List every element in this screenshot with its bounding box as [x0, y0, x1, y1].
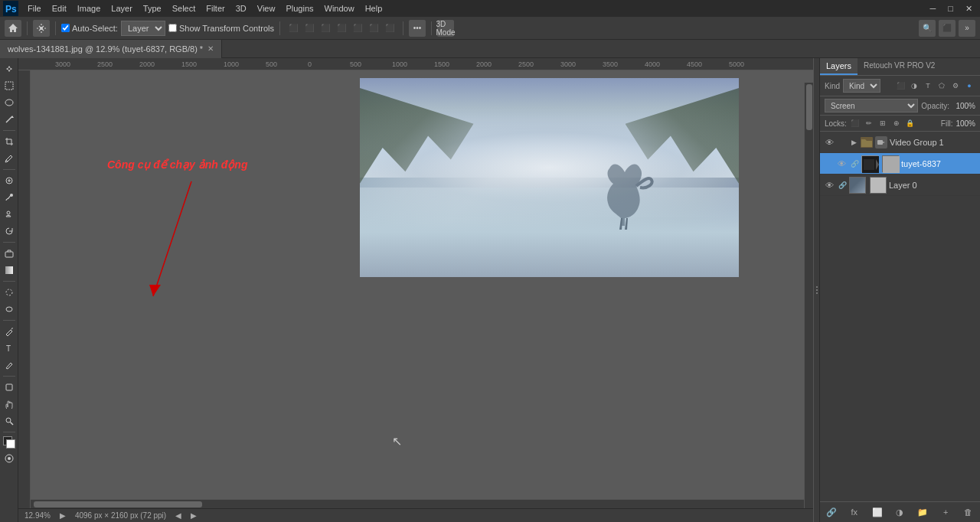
layer-item-group1[interactable]: 👁 ▶ Video Group 1 — [820, 132, 980, 153]
maximize-btn[interactable]: □ — [943, 2, 958, 15]
lock-paint-icon[interactable]: ✏ — [864, 118, 874, 129]
hand-tool-btn[interactable] — [2, 396, 17, 412]
doc-tab-close[interactable]: ✕ — [207, 44, 214, 53]
canvas-dimensions: 4096 px × 2160 px (72 ppi) — [75, 511, 166, 520]
align-bottom-btn[interactable]: ⬛ — [366, 21, 381, 36]
filter-pixel-icon[interactable]: ⬛ — [894, 80, 906, 92]
pen-tool-btn[interactable] — [2, 324, 17, 339]
quick-mask-btn[interactable] — [2, 451, 17, 466]
move-tool[interactable] — [33, 20, 50, 37]
layer-item-layer0[interactable]: 👁 🔗 Layer 0 — [820, 175, 980, 196]
align-top-btn[interactable]: ⬛ — [334, 21, 349, 36]
blur-tool-btn[interactable] — [2, 285, 17, 300]
nav-prev[interactable]: ◀ — [175, 511, 181, 520]
layer-vis-layer0[interactable]: 👁 — [823, 179, 835, 191]
menu-view[interactable]: View — [253, 2, 280, 15]
new-group-btn[interactable]: 📁 — [916, 505, 929, 519]
move-tool-btn[interactable] — [2, 61, 17, 77]
show-transform-toggle[interactable]: Show Transform Controls — [168, 24, 274, 33]
auto-select-toggle[interactable]: Auto-Select: — [61, 24, 118, 33]
eraser-tool-btn[interactable] — [2, 246, 17, 261]
hscroll[interactable] — [31, 499, 813, 508]
layers-tab[interactable]: Layers — [820, 58, 858, 75]
menu-3d[interactable]: 3D — [231, 2, 251, 15]
distribute-btn[interactable]: ⬛ — [382, 21, 397, 36]
menu-type[interactable]: Type — [139, 2, 166, 15]
3d-mode-btn[interactable]: 3D Mode — [437, 20, 454, 37]
close-btn[interactable]: ✕ — [961, 2, 977, 15]
ruler-mark: 3000 — [559, 60, 601, 68]
menu-layer[interactable]: Layer — [106, 2, 137, 15]
layer-vis-tuyet[interactable]: 👁 — [835, 158, 848, 170]
lock-move-icon[interactable]: ⊕ — [891, 118, 902, 129]
eyedropper-btn[interactable] — [2, 151, 17, 166]
menu-help[interactable]: Help — [361, 2, 387, 15]
filter-shape-icon[interactable]: ⬠ — [936, 80, 948, 92]
layer-thumb-layer0 — [849, 177, 866, 194]
expand-btn[interactable]: ▶ — [60, 511, 66, 520]
lock-all-icon[interactable]: 🔒 — [905, 118, 916, 129]
document-tab[interactable]: wolves-1341881.jpg @ 12.9% (tuyet-6837, … — [0, 40, 222, 58]
dodge-tool-btn[interactable] — [2, 302, 17, 317]
magic-wand-btn[interactable] — [2, 112, 17, 127]
zoom-level: 12.94% — [24, 511, 51, 520]
layer-expand-group1[interactable]: ▶ — [849, 138, 858, 147]
gradient-tool-btn[interactable] — [2, 263, 17, 278]
filter-adjustment-icon[interactable]: ◑ — [908, 80, 920, 92]
filter-type-icon[interactable]: T — [922, 80, 934, 92]
menu-plugins[interactable]: Plugins — [281, 2, 318, 15]
search-btn[interactable]: 🔍 — [919, 20, 936, 37]
collapse-handle[interactable] — [813, 58, 819, 522]
link-layers-btn[interactable]: 🔗 — [825, 505, 838, 519]
layer-vis-group1[interactable]: 👁 — [823, 136, 835, 148]
menu-file[interactable]: File — [23, 2, 46, 15]
filter-toggle[interactable]: ● — [963, 80, 975, 92]
type-tool-btn[interactable]: T — [2, 341, 17, 356]
blend-mode-select[interactable]: Screen — [825, 99, 918, 113]
path-select-btn[interactable] — [2, 357, 17, 373]
selection-tool-btn[interactable] — [2, 78, 17, 93]
lasso-tool-btn[interactable] — [2, 95, 17, 110]
toolbar: Auto-Select: Layer Show Transform Contro… — [0, 17, 980, 40]
align-center-h-btn[interactable]: ⬛ — [302, 21, 317, 36]
lock-artboard-icon[interactable]: ⊞ — [877, 118, 888, 129]
new-layer-btn[interactable]: + — [939, 505, 952, 519]
home-btn[interactable] — [5, 20, 21, 37]
more-options-btn[interactable]: ••• — [409, 20, 426, 37]
canvas-content[interactable]: Công cụ để chạy ảnh động ↖ — [31, 70, 813, 522]
vscroll[interactable] — [804, 83, 813, 508]
nav-next[interactable]: ▶ — [191, 511, 197, 520]
layer-item-tuyet[interactable]: 👁 🔗 tuyet-6837 — [820, 153, 980, 175]
minimize-btn[interactable]: ─ — [926, 2, 941, 15]
shape-tool-btn[interactable] — [2, 380, 17, 395]
panel-tabs: Layers Retouch VR PRO V2 — [820, 58, 980, 76]
retouch-tab[interactable]: Retouch VR PRO V2 — [858, 58, 941, 75]
menu-edit[interactable]: Edit — [47, 2, 71, 15]
collapse-panels-btn[interactable]: » — [959, 20, 975, 37]
svg-rect-25 — [877, 140, 883, 145]
align-right-btn[interactable]: ⬛ — [318, 21, 333, 36]
auto-select-target[interactable]: Layer — [121, 21, 165, 36]
new-adjustment-btn[interactable]: ◑ — [893, 505, 906, 519]
brush-tool-btn[interactable] — [2, 190, 17, 205]
delete-layer-btn[interactable]: 🗑 — [962, 505, 975, 519]
zoom-tool-btn[interactable] — [2, 413, 17, 429]
add-style-btn[interactable]: fx — [848, 505, 861, 519]
filter-select[interactable]: Kind — [843, 79, 880, 93]
align-left-btn[interactable]: ⬛ — [286, 21, 301, 36]
menu-select[interactable]: Select — [168, 2, 201, 15]
menu-filter[interactable]: Filter — [201, 2, 229, 15]
history-brush-btn[interactable] — [2, 223, 17, 239]
healing-brush-btn[interactable] — [2, 173, 17, 188]
align-middle-btn[interactable]: ⬛ — [350, 21, 365, 36]
menu-window[interactable]: Window — [320, 2, 359, 15]
crop-tool-btn[interactable] — [2, 134, 17, 149]
menu-image[interactable]: Image — [73, 2, 106, 15]
add-mask-btn[interactable]: ⬜ — [871, 505, 884, 519]
cursor-indicator: ↖ — [392, 434, 402, 449]
workspace-btn[interactable]: ⬛ — [939, 20, 956, 37]
lock-transparency-icon[interactable]: ⬛ — [850, 118, 861, 129]
stamp-tool-btn[interactable] — [2, 207, 17, 222]
canvas-annotation: Công cụ để chạy ảnh động — [107, 158, 247, 171]
filter-smart-icon[interactable]: ⚙ — [949, 80, 962, 92]
